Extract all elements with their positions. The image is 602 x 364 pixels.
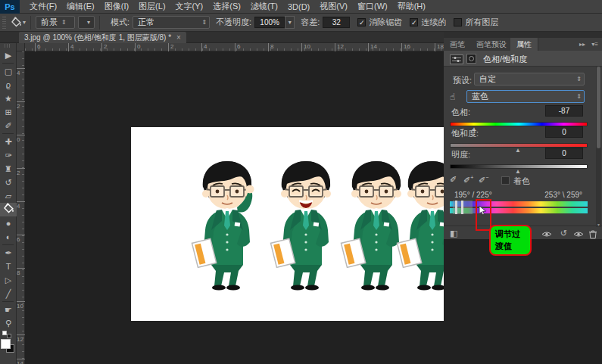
- tool-preset-caret-icon[interactable]: ▾: [23, 19, 26, 26]
- tools-panel-grip[interactable]: [5, 44, 11, 48]
- eyedropper-tool[interactable]: ✐: [0, 119, 17, 132]
- all-layers-label: 所有图层: [465, 17, 498, 28]
- eyedropper-add-icon[interactable]: ✐+: [463, 175, 473, 185]
- fill-source-stepper-icon: ⇕: [61, 19, 67, 26]
- targeted-adjustment-icon[interactable]: ☝: [450, 92, 455, 102]
- eyedropper-icon[interactable]: ✐: [450, 175, 457, 185]
- type-tool-icon: T: [6, 262, 11, 271]
- move-tool[interactable]: ▶: [0, 48, 17, 62]
- tab-brush[interactable]: 画笔: [444, 38, 472, 51]
- all-layers-checkbox[interactable]: [454, 18, 462, 26]
- eraser-tool[interactable]: ▱: [0, 189, 17, 203]
- dodge-tool[interactable]: ◐: [0, 230, 17, 244]
- menu-help[interactable]: 帮助(H): [398, 1, 426, 12]
- swap-colors-icon[interactable]: [0, 330, 17, 339]
- saturation-value[interactable]: 0: [545, 126, 583, 138]
- brush-tool[interactable]: ✑: [0, 148, 17, 162]
- separator: [2, 244, 14, 245]
- scrollbar-thumb[interactable]: [597, 67, 600, 148]
- panel-scrollbar[interactable]: ▾: [596, 67, 601, 227]
- hand-tool-icon: ☛: [5, 305, 12, 314]
- close-tab-icon[interactable]: ×: [176, 33, 181, 42]
- previous-state-eye-icon[interactable]: [541, 230, 552, 239]
- menu-view[interactable]: 视图(V): [320, 1, 348, 12]
- type-tool[interactable]: T: [0, 260, 17, 273]
- eyedropper-subtract-icon[interactable]: ✐−: [479, 175, 488, 185]
- menu-3d[interactable]: 3D(D): [288, 2, 310, 11]
- colorize-checkbox[interactable]: [501, 176, 510, 185]
- hand-tool[interactable]: ☛: [0, 303, 17, 316]
- contiguous-checkbox[interactable]: ✓: [410, 18, 418, 26]
- brush-tool-icon: ✑: [5, 151, 11, 160]
- clone-stamp-tool[interactable]: ♜: [0, 162, 17, 176]
- panel-menu-icon[interactable]: ▾≡: [591, 41, 598, 48]
- menu-window[interactable]: 窗口(W): [357, 1, 388, 12]
- menu-layer[interactable]: 图层(L): [139, 1, 165, 12]
- tolerance-input[interactable]: 32: [323, 17, 350, 28]
- paint-bucket-icon[interactable]: [11, 17, 22, 29]
- saturation-slider-thumb[interactable]: ▲: [515, 147, 521, 154]
- pen-tool[interactable]: ✒: [0, 246, 17, 260]
- paint-bucket-tool-icon: [3, 203, 14, 213]
- foreground-color-swatch[interactable]: [1, 339, 11, 349]
- reset-icon[interactable]: ↺: [560, 229, 567, 238]
- clip-to-layer-icon[interactable]: ◧: [450, 229, 457, 238]
- visibility-eye-icon[interactable]: [573, 230, 584, 239]
- ruler-mark: 2: [101, 43, 107, 51]
- fill-source-select[interactable]: 前景 ⇕: [36, 16, 75, 29]
- antialias-checkbox[interactable]: ✓: [357, 18, 366, 26]
- tooltip-line2: 渡值: [495, 240, 526, 252]
- menu-image[interactable]: 图像(I): [104, 1, 129, 12]
- opacity-input[interactable]: 100%: [254, 17, 285, 28]
- pattern-swatch-caret-icon: ▾: [87, 19, 90, 26]
- scroll-down-icon[interactable]: ▾: [596, 222, 601, 227]
- panel-top-strip: [444, 32, 602, 38]
- options-bar-grip[interactable]: [2, 17, 6, 29]
- trash-icon[interactable]: [588, 229, 597, 241]
- mode-label: 模式:: [111, 17, 129, 28]
- canvas[interactable]: [131, 127, 444, 321]
- layer-mask-icon[interactable]: [466, 54, 476, 64]
- collapse-panel-icon[interactable]: ▸▸: [579, 41, 585, 48]
- range-slider-handles[interactable]: [453, 201, 473, 214]
- vertical-ruler: 4 2 0 2 4 6 8 10 12 14: [17, 51, 25, 364]
- ruler-mark: 12: [335, 43, 344, 51]
- lasso-tool[interactable]: ϱ: [0, 78, 17, 92]
- crop-tool[interactable]: ⊞: [0, 105, 17, 119]
- ruler-mark: 0: [135, 43, 140, 51]
- preset-select[interactable]: 自定 ⇕: [474, 73, 585, 86]
- move-tool-icon: ▶: [5, 51, 11, 60]
- pattern-swatch[interactable]: ▾: [78, 16, 95, 29]
- ruler-mark: 18: [435, 43, 444, 51]
- opacity-caret-icon[interactable]: ▾: [285, 16, 295, 29]
- channel-select[interactable]: 蓝色 ⇕: [466, 90, 585, 103]
- foreground-background-swatches[interactable]: [0, 339, 17, 354]
- magic-wand-tool[interactable]: ★: [0, 92, 17, 105]
- line-tool[interactable]: ╱: [0, 287, 17, 300]
- ruler-mark: 14: [368, 43, 377, 51]
- menu-filter[interactable]: 滤镜(T): [251, 1, 278, 12]
- hue-value[interactable]: -87: [545, 105, 583, 117]
- preset-stepper-icon: ⇕: [576, 76, 582, 82]
- separator: [2, 133, 14, 134]
- tab-brush-presets[interactable]: 画笔预设: [470, 38, 513, 51]
- paint-bucket-tool[interactable]: [0, 203, 17, 216]
- document-tab[interactable]: 3.jpg @ 100% (色相/饱和度 1, 图层蒙版/8) * ×: [19, 32, 186, 43]
- path-selection-tool[interactable]: ▷: [0, 273, 17, 287]
- blur-tool[interactable]: ●: [0, 216, 17, 230]
- rectangular-marquee-tool[interactable]: ▢: [0, 64, 17, 78]
- lightness-value[interactable]: 0: [545, 148, 583, 159]
- menu-file[interactable]: 文件(F): [30, 1, 57, 12]
- cursor-arrow-icon: [479, 205, 487, 219]
- tab-properties[interactable]: 属性: [510, 38, 538, 51]
- menu-bar: Ps 文件(F) 编辑(E) 图像(I) 图层(L) 文字(Y) 选择(S) 滤…: [0, 0, 602, 14]
- zoom-tool[interactable]: ⚲: [0, 316, 17, 330]
- history-brush-tool[interactable]: ↺: [0, 176, 17, 189]
- healing-brush-tool[interactable]: ✚: [0, 135, 17, 148]
- menu-select[interactable]: 选择(S): [213, 1, 241, 12]
- menu-edit[interactable]: 编辑(E): [67, 1, 95, 12]
- mode-select[interactable]: 正常 ⇕: [133, 16, 210, 29]
- range-left-label: 195° / 225°: [454, 191, 492, 199]
- menu-type[interactable]: 文字(Y): [176, 1, 204, 12]
- lightness-slider-thumb[interactable]: ▲: [515, 168, 521, 175]
